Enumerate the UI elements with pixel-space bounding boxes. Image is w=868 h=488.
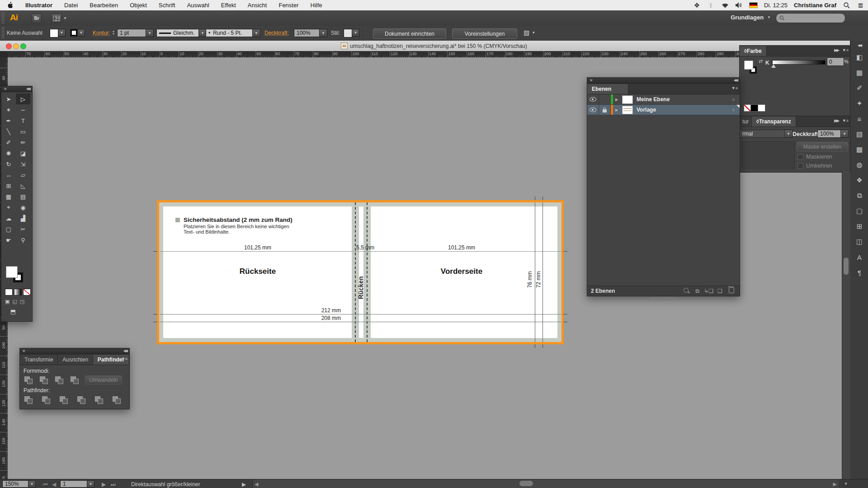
first-artboard-icon[interactable]: ⏮ xyxy=(43,481,48,488)
horizontal-scrollbar[interactable]: ◀ ▶ xyxy=(252,479,839,488)
tab-farbe[interactable]: ◊ Farbe xyxy=(740,46,767,56)
none-swatch[interactable] xyxy=(744,104,751,112)
zoom-tool[interactable]: ⚲ xyxy=(16,235,30,245)
mini-fill-stroke[interactable] xyxy=(744,61,760,77)
close-icon[interactable]: ✕ xyxy=(590,78,593,83)
minus-front-button[interactable] xyxy=(39,375,49,385)
farbe-panel-icon[interactable]: ◧ xyxy=(850,50,868,65)
type-tool[interactable]: T xyxy=(16,115,30,126)
spotlight-icon[interactable] xyxy=(843,1,850,9)
scroll-right-icon[interactable]: ▶ xyxy=(833,481,837,487)
tab-kontur-cut[interactable]: tur xyxy=(740,117,752,127)
menubar-clock[interactable]: Di. 12:25 xyxy=(764,2,788,9)
menu-ansicht[interactable]: Ansicht xyxy=(242,0,273,10)
new-layer-icon[interactable]: ❏ xyxy=(714,288,726,294)
divide-button[interactable] xyxy=(24,395,33,404)
kontur-panel-icon[interactable]: ≡ xyxy=(850,111,868,127)
zeichen-panel-icon[interactable]: A xyxy=(850,249,868,265)
collapse-icon[interactable]: ◀◀ xyxy=(123,349,127,353)
mini-fill-proxy[interactable] xyxy=(744,61,753,70)
horizontal-ruler[interactable]: 7060504030201001020304050607080901001101… xyxy=(8,51,842,58)
clipping-mask-icon[interactable]: ⧉ xyxy=(692,288,703,294)
slice-tool[interactable]: ✂ xyxy=(16,224,30,235)
zoom-level-combo[interactable]: 150%▼ xyxy=(2,480,36,488)
bluetooth-icon[interactable]: ᛒ xyxy=(707,1,715,9)
panel-menu-icon[interactable]: ▼≡ xyxy=(731,86,738,90)
merge-button[interactable] xyxy=(59,395,69,404)
verlauf-panel-icon[interactable]: ▧ xyxy=(850,127,868,142)
layer-row-meine-ebene[interactable]: ▶Meine Ebene○ xyxy=(587,94,740,105)
layer-row-vorlage[interactable]: ▶Vorlage○ xyxy=(587,105,740,115)
shape-builder-tool[interactable]: ⊞ xyxy=(1,180,16,191)
scale-tool[interactable]: ⇲ xyxy=(16,159,30,169)
paintbrush-tool[interactable]: ✐ xyxy=(1,137,16,148)
horizontal-scrollbar-thumb[interactable] xyxy=(519,481,533,486)
rotate-tool[interactable]: ↻ xyxy=(1,159,16,169)
appbar-grip[interactable] xyxy=(1,12,5,24)
close-window-button[interactable] xyxy=(6,43,12,49)
line-segment-tool[interactable]: ╲ xyxy=(1,126,16,137)
invert-checkbox[interactable] xyxy=(797,163,803,169)
crop-button[interactable] xyxy=(76,395,86,404)
status-menu-icon[interactable]: ▶ xyxy=(242,481,246,488)
dropbox-icon[interactable]: ❖ xyxy=(693,1,701,9)
preferences-button[interactable]: Voreinstellungen xyxy=(452,28,517,39)
stroke-panel-link[interactable]: Kontur: xyxy=(93,30,110,36)
ebenen-panel-icon[interactable]: ⧉ xyxy=(850,188,868,203)
panel-menu-icon[interactable]: ▼≡ xyxy=(121,357,127,361)
color-mode-button[interactable] xyxy=(5,289,13,296)
aussehen-panel-icon[interactable]: ◍ xyxy=(850,157,868,173)
scroll-left-icon[interactable]: ◀ xyxy=(255,481,258,487)
pencil-tool[interactable]: ✏ xyxy=(16,137,30,148)
transparenz-panel-icon[interactable]: ▩ xyxy=(850,142,868,157)
free-transform-tool[interactable]: ▱ xyxy=(16,169,30,180)
draw-behind-icon[interactable]: ◱ xyxy=(12,299,17,305)
menu-auswahl[interactable]: Auswahl xyxy=(181,0,215,10)
visibility-toggle[interactable] xyxy=(587,94,599,104)
tab-ebenen[interactable]: Ebenen xyxy=(587,84,628,94)
bridge-button[interactable]: Br xyxy=(32,14,42,23)
isolate-selected-control[interactable]: ▧▼ xyxy=(524,29,535,36)
k-slider-thumb[interactable] xyxy=(771,64,776,68)
tab-transparenz[interactable]: ◊ Transparenz xyxy=(752,117,796,127)
expand-panel-icon[interactable]: ▶▶ xyxy=(834,118,839,123)
gradient-mode-button[interactable] xyxy=(14,289,22,296)
perspective-grid-tool[interactable]: ◺ xyxy=(16,180,30,191)
mesh-tool[interactable]: ▦ xyxy=(1,191,16,202)
width-tool[interactable]: ↔ xyxy=(1,169,16,180)
grafikstile-panel-icon[interactable]: ❖ xyxy=(850,173,868,188)
fill-stroke-indicator[interactable] xyxy=(6,266,26,284)
blend-tool[interactable]: ◉ xyxy=(16,202,30,213)
lock-toggle[interactable] xyxy=(599,94,611,104)
expand-dock-icon[interactable]: ◀◀ xyxy=(850,41,868,50)
close-icon[interactable]: ✕ xyxy=(22,349,26,353)
menu-illustrator[interactable]: Illustrator xyxy=(19,0,58,10)
pen-tool[interactable]: ✒ xyxy=(1,115,16,126)
opacity-panel-link[interactable]: Deckkraft: xyxy=(264,30,289,36)
panel-menu-icon[interactable]: ▼≡ xyxy=(842,118,849,123)
menu-schrift[interactable]: Schrift xyxy=(153,0,181,10)
minimize-window-button[interactable] xyxy=(13,43,19,49)
direct-selection-tool[interactable]: ▷ xyxy=(16,94,30,104)
tab-transformieren[interactable]: Transformie xyxy=(20,355,58,365)
delete-layer-icon[interactable] xyxy=(726,287,740,295)
target-circle-icon[interactable]: ○ xyxy=(727,97,740,102)
make-mask-button[interactable]: Maske erstellen xyxy=(797,142,848,151)
opacity-combo[interactable]: 100%▼ xyxy=(294,29,327,37)
none-mode-button[interactable] xyxy=(23,289,31,296)
k-slider-track[interactable] xyxy=(772,60,826,65)
trim-button[interactable] xyxy=(41,395,51,404)
new-sublayer-icon[interactable]: ↳❏ xyxy=(703,288,714,294)
close-icon[interactable]: ✕ xyxy=(4,87,7,91)
tab-ausrichten[interactable]: Ausrichten xyxy=(58,355,93,365)
input-language-flag[interactable] xyxy=(749,2,758,8)
arrange-documents-button[interactable]: ▼ xyxy=(51,14,67,23)
hand-tool[interactable]: ☛ xyxy=(1,235,16,245)
symbol-sprayer-tool[interactable]: ☁ xyxy=(1,213,16,224)
collapse-icon[interactable]: ◀◀ xyxy=(26,87,30,91)
menu-fenster[interactable]: Fenster xyxy=(273,0,304,10)
style-control[interactable]: ▼ xyxy=(344,29,359,38)
expand-arrow-icon[interactable]: ▶ xyxy=(613,98,620,102)
stroke-color-control[interactable]: ▼ xyxy=(70,29,85,37)
last-artboard-icon[interactable]: ⏭ xyxy=(111,481,116,488)
